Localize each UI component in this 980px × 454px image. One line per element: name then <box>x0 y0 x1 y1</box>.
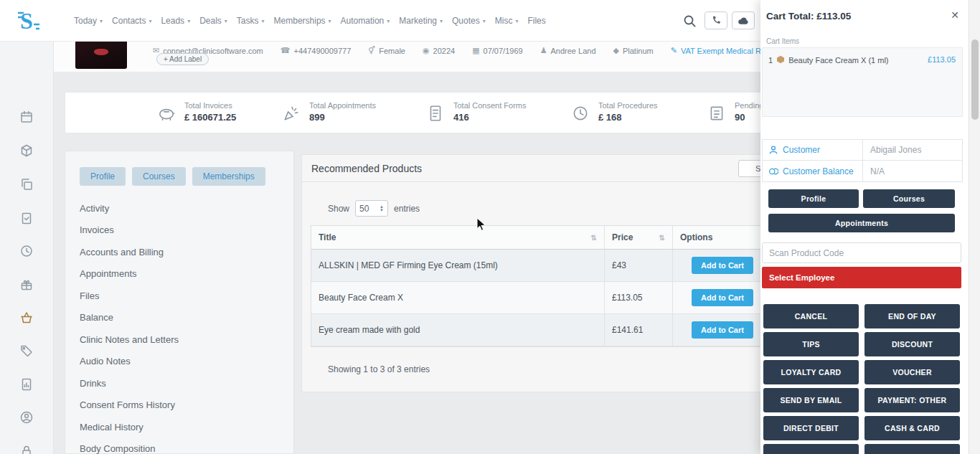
vat-exempt-link[interactable]: ✎VAT Exempt Medical R <box>671 46 761 55</box>
cash-and-card-button[interactable]: CASH & CARD <box>864 416 960 440</box>
pencil-icon: ✎ <box>671 46 677 55</box>
stat-label: Total Invoices <box>184 101 232 110</box>
user-account-icon[interactable] <box>19 410 34 425</box>
clock-icon <box>571 104 590 126</box>
menu-item-consent-forms-history[interactable]: Consent Forms History <box>80 394 279 417</box>
nav-today[interactable]: Today▾ <box>74 16 103 26</box>
gift-icon[interactable] <box>19 277 34 293</box>
payment-other-button[interactable]: PAYMENT: OTHER <box>864 388 960 412</box>
coins-icon <box>768 166 778 176</box>
client-tabs: Profile Courses Memberships <box>80 167 279 186</box>
menu-item-balance[interactable]: Balance <box>80 307 279 329</box>
nav-deals[interactable]: Deals▾ <box>199 16 227 26</box>
page-scrollbar[interactable] <box>969 0 980 454</box>
nav-memberships[interactable]: Memberships▾ <box>274 16 331 26</box>
direct-debit-button[interactable]: DIRECT DEBIT <box>763 416 859 440</box>
menu-item-medical-history[interactable]: Medical History <box>80 416 279 438</box>
menu-item-audio-notes[interactable]: Audio Notes <box>80 351 279 373</box>
package-icon[interactable] <box>19 143 34 159</box>
product-price: £113.05 <box>604 282 672 313</box>
nav-automation[interactable]: Automation▾ <box>341 16 390 26</box>
table-length-control: Show 50 ▲▼ entries <box>328 200 420 217</box>
clinicsoftware-logo[interactable]: S <box>14 6 43 36</box>
softphone-button[interactable] <box>732 11 755 29</box>
tag-icon[interactable] <box>19 343 34 359</box>
select-employee-button[interactable]: Select Employee <box>762 267 961 288</box>
cart-profile-button[interactable]: Profile <box>768 189 859 208</box>
nav-leads[interactable]: Leads▾ <box>161 16 190 26</box>
tab-memberships[interactable]: Memberships <box>192 167 265 186</box>
client-phone: ☎+447490009777 <box>281 46 352 55</box>
clipboard-check-icon[interactable] <box>19 210 34 226</box>
chevron-down-icon: ▾ <box>225 18 227 24</box>
cart-action-button[interactable] <box>763 444 859 454</box>
report-icon[interactable] <box>19 377 34 392</box>
product-title: Beauty Face Cream X <box>311 282 604 313</box>
nav-quotes[interactable]: Quotes▾ <box>452 16 486 26</box>
tab-courses[interactable]: Courses <box>132 167 186 186</box>
menu-item-activity[interactable]: Activity <box>80 197 279 219</box>
add-to-cart-button[interactable]: Add to Cart <box>692 321 753 339</box>
add-to-cart-button[interactable]: Add to Cart <box>692 257 753 274</box>
menu-item-drinks[interactable]: Drinks <box>80 372 279 394</box>
column-header-price[interactable]: Price⇅ <box>604 226 672 249</box>
phone-button[interactable] <box>705 11 727 29</box>
add-label-button[interactable]: + Add Label <box>156 53 209 65</box>
copy-icon[interactable] <box>19 176 34 192</box>
menu-item-body-composition[interactable]: Body Composition <box>80 438 279 454</box>
chevron-down-icon: ▾ <box>187 18 190 24</box>
scrollbar-thumb[interactable] <box>971 39 979 120</box>
nav-marketing[interactable]: Marketing▾ <box>399 16 443 26</box>
balance-label-cell[interactable]: Customer Balance <box>763 161 863 181</box>
nav-misc[interactable]: Misc▾ <box>495 16 519 26</box>
close-icon[interactable]: ✕ <box>951 9 959 21</box>
sort-icon: ⇅ <box>591 234 597 242</box>
cart-action-button[interactable] <box>864 444 960 454</box>
client-address: ♟Andree Land <box>540 46 596 55</box>
voucher-button[interactable]: VOUCHER <box>864 360 960 384</box>
chevron-down-icon: ▾ <box>515 18 518 24</box>
chevron-down-icon: ▾ <box>100 18 103 24</box>
discount-button[interactable]: DISCOUNT <box>864 332 960 356</box>
nav-files[interactable]: Files <box>527 16 545 26</box>
svg-text:S: S <box>20 8 33 34</box>
stat-value: 90 <box>735 112 745 123</box>
customer-row: Customer Abigail Jones <box>762 139 963 161</box>
cart-courses-button[interactable]: Courses <box>863 189 955 208</box>
stat-value: 899 <box>309 112 325 123</box>
loyalty-card-button[interactable]: LOYALTY CARD <box>763 360 859 384</box>
cart-icon[interactable] <box>19 310 34 326</box>
tips-button[interactable]: TIPS <box>763 332 859 356</box>
stat-value: 416 <box>453 112 469 123</box>
nav-contacts[interactable]: Contacts▾ <box>112 16 151 26</box>
menu-item-accounts-billing[interactable]: Accounts and Billing <box>80 241 279 263</box>
phone-icon <box>711 15 722 26</box>
cloud-icon <box>738 16 750 26</box>
chevron-down-icon: ▾ <box>440 18 443 24</box>
calendar-icon[interactable] <box>19 109 34 125</box>
page-size-select[interactable]: 50 ▲▼ <box>355 200 388 217</box>
client-menu: Activity Invoices Accounts and Billing A… <box>80 197 279 454</box>
cart-appointments-button[interactable]: Appointments <box>768 214 955 232</box>
lock-icon[interactable] <box>19 443 34 454</box>
send-by-email-button[interactable]: SEND BY EMAIL <box>763 388 859 412</box>
history-icon[interactable] <box>19 243 34 259</box>
product-title: ALLSKIN | MED GF Firming Eye Cream (15ml… <box>311 250 604 281</box>
menu-item-invoices[interactable]: Invoices <box>80 219 279 242</box>
search-icon[interactable] <box>683 14 696 30</box>
menu-item-files[interactable]: Files <box>80 285 279 307</box>
end-of-day-button[interactable]: END OF DAY <box>864 304 960 328</box>
stat-value: £ 160671.25 <box>184 112 236 123</box>
scan-product-input[interactable] <box>762 242 961 263</box>
chevron-down-icon: ▾ <box>329 18 331 24</box>
menu-item-appointments[interactable]: Appointments <box>80 263 279 285</box>
menu-item-clinic-notes[interactable]: Clinic Notes and Letters <box>80 328 279 351</box>
sort-icon: ⇅ <box>659 234 665 242</box>
column-header-title[interactable]: Title⇅ <box>311 226 604 249</box>
tab-profile[interactable]: Profile <box>80 167 126 186</box>
cancel-button[interactable]: CANCEL <box>763 304 859 328</box>
nav-tasks[interactable]: Tasks▾ <box>237 16 265 26</box>
cart-items-box: 1 Beauty Face Cream X (1 ml) £113.05 <box>762 47 963 117</box>
add-to-cart-button[interactable]: Add to Cart <box>692 289 753 306</box>
customer-label-cell[interactable]: Customer <box>763 140 863 160</box>
